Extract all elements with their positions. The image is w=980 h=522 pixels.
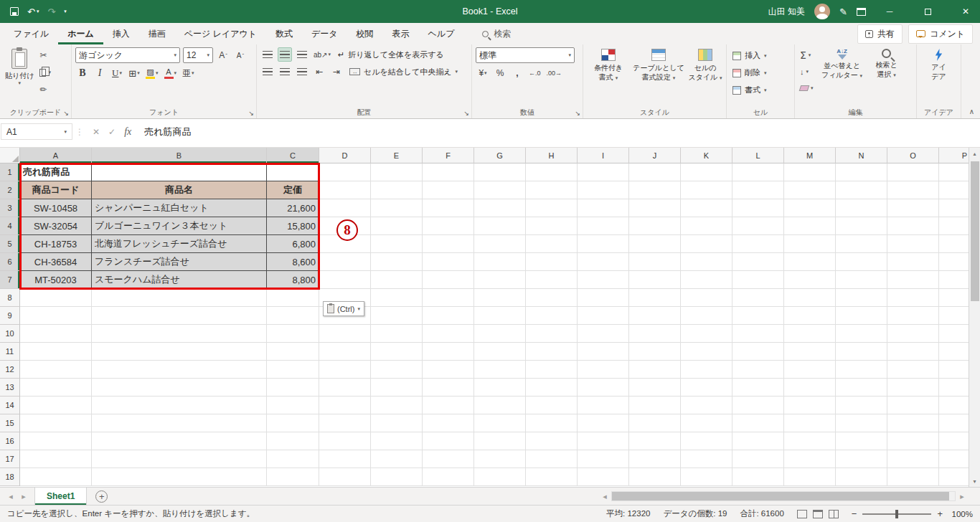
cell-L3[interactable] [732, 199, 784, 217]
cell-N7[interactable] [836, 271, 887, 289]
column-header-A[interactable]: A [20, 148, 92, 163]
cell-L6[interactable] [732, 253, 784, 271]
column-header-L[interactable]: L [732, 148, 784, 163]
redo-icon[interactable]: ↷ [47, 6, 55, 17]
cell-A18[interactable] [20, 468, 92, 486]
cell-D14[interactable] [319, 397, 371, 414]
cell-D7[interactable] [319, 271, 371, 289]
cell-G3[interactable] [474, 199, 526, 217]
cell-H4[interactable] [526, 217, 578, 235]
cell-I15[interactable] [578, 414, 629, 432]
cell-D11[interactable] [319, 343, 371, 361]
cell-O12[interactable] [887, 361, 939, 379]
cell-O7[interactable] [887, 271, 939, 289]
cell-G10[interactable] [474, 325, 526, 343]
cell-J1[interactable] [629, 163, 681, 181]
cell-F5[interactable] [423, 235, 474, 253]
cell-O8[interactable] [887, 289, 939, 307]
cell-L1[interactable] [732, 163, 784, 181]
find-select-button[interactable]: 検索と選択 ▾ [868, 47, 905, 79]
cell-N15[interactable] [836, 414, 887, 432]
cell-H8[interactable] [526, 289, 578, 307]
alignment-dialog-launcher-icon[interactable]: ↘ [463, 110, 469, 117]
cell-K2[interactable] [681, 181, 732, 199]
cell-N8[interactable] [836, 289, 887, 307]
cell-F16[interactable] [423, 432, 474, 450]
number-format-select[interactable]: 標準▾ [476, 47, 575, 63]
column-header-H[interactable]: H [526, 148, 578, 163]
horizontal-scrollbar[interactable]: ◂ ▸ [598, 491, 969, 501]
cell-J7[interactable] [629, 271, 681, 289]
cell-F7[interactable] [423, 271, 474, 289]
row-header-3[interactable]: 3 [0, 199, 20, 217]
cell-H3[interactable] [526, 199, 578, 217]
cell-K9[interactable] [681, 307, 732, 325]
font-color-button[interactable]: A▾ [163, 66, 179, 80]
cell-E2[interactable] [371, 181, 423, 199]
cell-B9[interactable] [92, 307, 267, 325]
row-header-6[interactable]: 6 [0, 253, 20, 271]
cell-I6[interactable] [578, 253, 629, 271]
cell-P1[interactable] [939, 163, 969, 181]
cell-J15[interactable] [629, 414, 681, 432]
ink-pen-icon[interactable]: ✎ [839, 6, 847, 17]
align-left-button[interactable] [260, 65, 275, 79]
cell-N12[interactable] [836, 361, 887, 379]
save-icon[interactable] [10, 7, 19, 16]
cell-K8[interactable] [681, 289, 732, 307]
font-name-select[interactable]: 游ゴシック▾ [75, 47, 180, 63]
cell-C8[interactable] [267, 289, 319, 307]
orientation-button[interactable]: ab↗▾ [312, 47, 332, 62]
cell-L10[interactable] [732, 325, 784, 343]
cell-M6[interactable] [784, 253, 836, 271]
cell-P15[interactable] [939, 414, 969, 432]
cell-H2[interactable] [526, 181, 578, 199]
minimize-button[interactable]: ─ [875, 0, 904, 23]
cell-E15[interactable] [371, 414, 423, 432]
row-header-9[interactable]: 9 [0, 307, 20, 325]
cell-L12[interactable] [732, 361, 784, 379]
cell-C14[interactable] [267, 397, 319, 414]
cell-J8[interactable] [629, 289, 681, 307]
cell-O6[interactable] [887, 253, 939, 271]
cell-G17[interactable] [474, 450, 526, 468]
cell-E9[interactable] [371, 307, 423, 325]
cell-G16[interactable] [474, 432, 526, 450]
cell-J17[interactable] [629, 450, 681, 468]
cell-H12[interactable] [526, 361, 578, 379]
cell-C11[interactable] [267, 343, 319, 361]
cell-P17[interactable] [939, 450, 969, 468]
ribbon-tab-home[interactable]: ホーム [58, 23, 103, 44]
cell-B14[interactable] [92, 397, 267, 414]
zoom-level[interactable]: 100% [948, 510, 973, 518]
format-cells-button[interactable]: 書式▾ [729, 82, 792, 98]
cell-G6[interactable] [474, 253, 526, 271]
increase-indent-button[interactable]: ⇥ [329, 65, 344, 79]
cell-M1[interactable] [784, 163, 836, 181]
cell-I4[interactable] [578, 217, 629, 235]
row-header-15[interactable]: 15 [0, 414, 20, 432]
cell-I17[interactable] [578, 450, 629, 468]
column-header-P[interactable]: P [939, 148, 969, 163]
cell-D2[interactable] [319, 181, 371, 199]
cell-A15[interactable] [20, 414, 92, 432]
search-box[interactable]: 検索 [482, 28, 511, 40]
cell-B10[interactable] [92, 325, 267, 343]
formula-input[interactable]: 売れ筋商品 [137, 125, 980, 138]
sheet-tab-sheet1[interactable]: Sheet1 [34, 488, 87, 505]
cell-H9[interactable] [526, 307, 578, 325]
cell-A12[interactable] [20, 361, 92, 379]
cell-F2[interactable] [423, 181, 474, 199]
sort-filter-button[interactable]: A↓Z 並べ替えとフィルター ▾ [818, 47, 867, 80]
cell-I7[interactable] [578, 271, 629, 289]
row-header-2[interactable]: 2 [0, 181, 20, 199]
cell-D15[interactable] [319, 414, 371, 432]
ribbon-tab-help[interactable]: ヘルプ [419, 23, 464, 44]
cell-I10[interactable] [578, 325, 629, 343]
cell-H10[interactable] [526, 325, 578, 343]
align-right-button[interactable] [295, 65, 309, 79]
cell-I8[interactable] [578, 289, 629, 307]
undo-icon[interactable]: ↶▾ [27, 6, 39, 17]
cell-K15[interactable] [681, 414, 732, 432]
cell-M15[interactable] [784, 414, 836, 432]
